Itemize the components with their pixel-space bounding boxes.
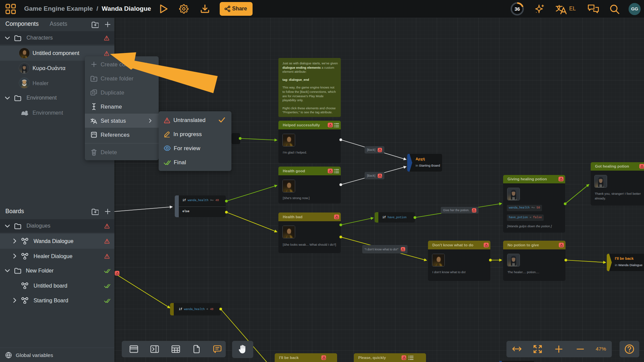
svg-text:36: 36 <box>515 6 520 12</box>
